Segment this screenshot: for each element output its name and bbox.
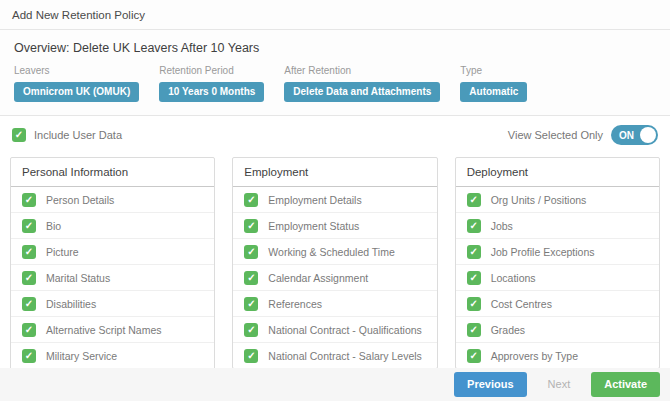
checkbox-checked-icon[interactable] [467, 271, 481, 285]
checkbox-checked-icon[interactable] [244, 193, 258, 207]
checkbox-checked-icon[interactable] [467, 219, 481, 233]
field-after-retention: After Retention Delete Data and Attachme… [284, 65, 440, 102]
options-bar: Include User Data View Selected Only ON [0, 116, 670, 153]
view-selected-only-toggle[interactable]: ON [611, 125, 658, 145]
panel-title: Employment [233, 158, 436, 187]
list-item[interactable]: Cost Centres [456, 291, 659, 317]
view-selected-only-option: View Selected Only ON [508, 125, 658, 145]
checkbox-checked-icon[interactable] [22, 323, 36, 337]
checkbox-checked-icon[interactable] [467, 297, 481, 311]
field-retention-period: Retention Period 10 Years 0 Months [159, 65, 264, 102]
checkbox-checked-icon[interactable] [467, 245, 481, 259]
list-item[interactable]: National Contract - Qualifications [233, 317, 436, 343]
after-retention-value-badge[interactable]: Delete Data and Attachments [284, 82, 440, 102]
include-user-data-option[interactable]: Include User Data [12, 128, 122, 142]
list-item[interactable]: References [233, 291, 436, 317]
checkbox-checked-icon[interactable] [244, 245, 258, 259]
item-label: Marital Status [46, 272, 110, 284]
field-label: After Retention [284, 65, 440, 76]
checkbox-checked-icon[interactable] [22, 349, 36, 363]
checkbox-checked-icon[interactable] [467, 323, 481, 337]
view-selected-only-label: View Selected Only [508, 129, 603, 141]
checkbox-checked-icon[interactable] [22, 271, 36, 285]
item-label: Job Profile Exceptions [491, 246, 595, 258]
list-item[interactable]: Person Details [11, 187, 214, 213]
list-item[interactable]: Locations [456, 265, 659, 291]
field-label: Retention Period [159, 65, 264, 76]
list-item[interactable]: Employment Status [233, 213, 436, 239]
item-label: Picture [46, 246, 79, 258]
field-type: Type Automatic [460, 65, 527, 102]
panel-employment: Employment Employment Details Employment… [232, 157, 437, 369]
field-leavers: Leavers Omnicrom UK (OMUK) [14, 65, 139, 102]
item-label: Grades [491, 324, 525, 336]
toggle-on-label: ON [619, 130, 634, 141]
checkbox-checked-icon[interactable] [244, 349, 258, 363]
field-label: Leavers [14, 65, 139, 76]
list-item[interactable]: Calendar Assignment [233, 265, 436, 291]
previous-button[interactable]: Previous [454, 372, 526, 396]
item-label: Calendar Assignment [268, 272, 368, 284]
panel-title: Personal Information [11, 158, 214, 187]
checkbox-checked-icon[interactable] [22, 297, 36, 311]
list-item[interactable]: Job Profile Exceptions [456, 239, 659, 265]
list-item[interactable]: Employment Details [233, 187, 436, 213]
list-item[interactable]: Jobs [456, 213, 659, 239]
list-item[interactable]: Picture [11, 239, 214, 265]
page-title: Add New Retention Policy [0, 0, 670, 30]
checkbox-checked-icon[interactable] [244, 323, 258, 337]
item-label: Org Units / Positions [491, 194, 587, 206]
item-label: Employment Details [268, 194, 361, 206]
item-label: Jobs [491, 220, 513, 232]
item-label: National Contract - Qualifications [268, 324, 422, 336]
overview-fields: Leavers Omnicrom UK (OMUK) Retention Per… [14, 65, 656, 102]
panel-personal-information: Personal Information Person Details Bio … [10, 157, 215, 395]
category-panels: Personal Information Person Details Bio … [0, 153, 670, 395]
checkbox-checked-icon[interactable] [467, 193, 481, 207]
retention-period-value-badge[interactable]: 10 Years 0 Months [159, 82, 264, 102]
field-label: Type [460, 65, 527, 76]
panel-deployment: Deployment Org Units / Positions Jobs Jo… [455, 157, 660, 369]
item-label: Cost Centres [491, 298, 552, 310]
activate-button[interactable]: Activate [591, 372, 660, 396]
item-label: Approvers by Type [491, 350, 578, 362]
checkbox-checked-icon[interactable] [244, 297, 258, 311]
overview-section: Overview: Delete UK Leavers After 10 Yea… [0, 30, 670, 116]
leavers-value-badge[interactable]: Omnicrom UK (OMUK) [14, 82, 139, 102]
list-item[interactable]: Working & Scheduled Time [233, 239, 436, 265]
checkbox-checked-icon[interactable] [22, 245, 36, 259]
list-item[interactable]: Org Units / Positions [456, 187, 659, 213]
overview-title: Overview: Delete UK Leavers After 10 Yea… [14, 41, 656, 55]
item-label: National Contract - Salary Levels [268, 350, 422, 362]
item-label: Disabilities [46, 298, 96, 310]
list-item[interactable]: National Contract - Salary Levels [233, 343, 436, 368]
checkbox-checked-icon[interactable] [22, 219, 36, 233]
item-label: Bio [46, 220, 61, 232]
checkbox-checked-icon[interactable] [244, 271, 258, 285]
item-label: Person Details [46, 194, 114, 206]
list-item[interactable]: Disabilities [11, 291, 214, 317]
include-user-data-label: Include User Data [34, 129, 122, 141]
list-item[interactable]: Bio [11, 213, 214, 239]
list-item[interactable]: Alternative Script Names [11, 317, 214, 343]
item-label: Locations [491, 272, 536, 284]
checkbox-checked-icon[interactable] [244, 219, 258, 233]
type-value-badge[interactable]: Automatic [460, 82, 527, 102]
toggle-knob[interactable] [640, 127, 656, 143]
item-label: Working & Scheduled Time [268, 246, 394, 258]
wizard-footer: Previous Next Activate [0, 368, 670, 401]
list-item[interactable]: Marital Status [11, 265, 214, 291]
list-item[interactable]: Approvers by Type [456, 343, 659, 368]
next-button[interactable]: Next [535, 372, 584, 396]
list-item[interactable]: Military Service [11, 343, 214, 369]
item-label: References [268, 298, 322, 310]
panel-title: Deployment [456, 158, 659, 187]
item-label: Military Service [46, 350, 117, 362]
item-label: Alternative Script Names [46, 324, 162, 336]
item-label: Employment Status [268, 220, 359, 232]
list-item[interactable]: Grades [456, 317, 659, 343]
checkbox-checked-icon[interactable] [22, 193, 36, 207]
checkbox-checked-icon[interactable] [467, 349, 481, 363]
checkbox-checked-icon[interactable] [12, 128, 26, 142]
